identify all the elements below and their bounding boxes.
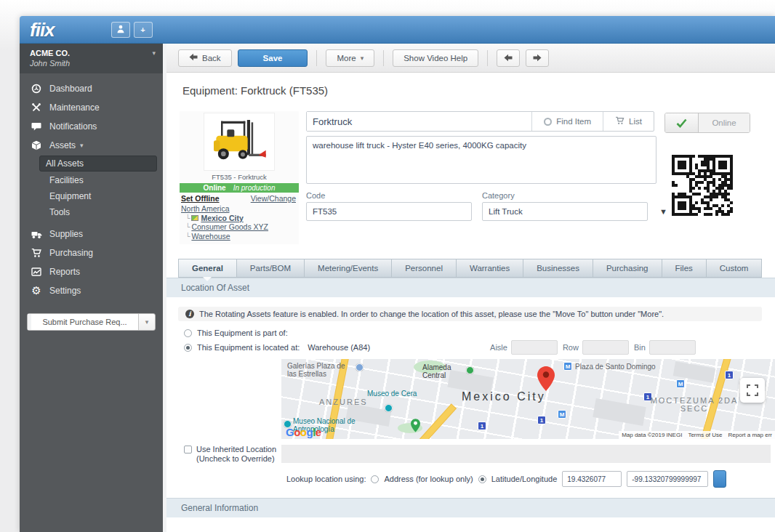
online-toggle-button[interactable]: Online xyxy=(664,113,750,133)
tab-files[interactable]: Files xyxy=(662,259,707,278)
latlong-lookup-radio[interactable] xyxy=(478,475,486,483)
tree-link-business[interactable]: Consumer Goods XYZ xyxy=(191,222,268,232)
lookup-go-button[interactable] xyxy=(713,470,726,488)
fullscreen-button[interactable] xyxy=(740,378,765,403)
company-name: ACME CO. xyxy=(30,49,156,57)
latlong-lookup-label: Latitude/Longitude xyxy=(491,475,558,483)
green-pin-icon xyxy=(411,419,420,432)
google-map[interactable]: Galerías Plaza de las Estrellas ANZURES … xyxy=(281,359,775,439)
back-button[interactable]: Back xyxy=(178,49,232,67)
notice-text: The Rotating Assets feature is enabled. … xyxy=(199,310,664,318)
main-panel: Back Save More ▾ Show Video Help xyxy=(163,44,775,532)
tree-link-region[interactable]: North America xyxy=(181,204,230,214)
latitude-input[interactable] xyxy=(562,471,622,487)
sidebar-item-purchasing[interactable]: Purchasing xyxy=(20,243,163,262)
map-attribution: Map data ©2019 INEGI Terms of Use Report… xyxy=(619,431,775,439)
previous-record-button[interactable] xyxy=(497,49,520,67)
show-video-help-button[interactable]: Show Video Help xyxy=(393,49,478,67)
tab-warranties[interactable]: Warranties xyxy=(457,259,523,278)
sidebar-item-maintenance[interactable]: Maintenance xyxy=(20,98,163,117)
asset-image-caption: FT535 - Forktruck xyxy=(180,173,299,181)
tab-custom[interactable]: Custom xyxy=(707,259,763,278)
code-input[interactable] xyxy=(306,202,472,221)
tab-personnel[interactable]: Personnel xyxy=(392,259,457,278)
route-badge: 1 xyxy=(537,416,546,424)
view-change-link[interactable]: View/Change xyxy=(251,194,296,203)
bin-label: Bin xyxy=(634,343,646,352)
tab-purchasing[interactable]: Purchasing xyxy=(593,259,662,278)
find-item-icon xyxy=(544,118,552,126)
map-label-city: Mexico City xyxy=(462,392,546,400)
aisle-input[interactable] xyxy=(511,340,558,355)
tree-link-facility[interactable]: Warehouse xyxy=(191,232,230,241)
sidebar-subitem-all-assets[interactable]: All Assets xyxy=(39,156,157,172)
route-badge: 1 xyxy=(725,371,734,379)
sidebar-item-settings[interactable]: ⚙ Settings xyxy=(20,281,163,300)
code-label: Code xyxy=(306,191,472,200)
set-offline-link[interactable]: Set Offline xyxy=(181,194,220,203)
sidebar-item-label: Settings xyxy=(49,286,81,296)
longitude-input[interactable] xyxy=(627,471,708,487)
description-textarea[interactable]: warehouse lift truck - Hyster E40 series… xyxy=(306,136,656,184)
tree-elbow-icon: └ xyxy=(185,214,190,223)
sidebar-subitem-equipment[interactable]: Equipment xyxy=(20,188,163,204)
address-lookup-radio[interactable] xyxy=(371,475,379,483)
gear-icon: ⚙ xyxy=(30,286,43,296)
tab-metering-events[interactable]: Metering/Events xyxy=(305,259,392,278)
located-at-value: Warehouse (A84) xyxy=(308,343,370,352)
located-at-radio[interactable] xyxy=(184,344,192,352)
sidebar-subitem-tools[interactable]: Tools xyxy=(20,204,163,220)
speech-bubble-icon xyxy=(30,121,43,132)
chevron-down-icon: ▾ xyxy=(80,142,84,149)
asset-name-input[interactable] xyxy=(307,112,531,131)
sidebar-item-label: Reports xyxy=(49,267,80,277)
add-button[interactable]: + xyxy=(134,22,153,38)
next-record-button[interactable] xyxy=(526,49,549,67)
fullscreen-icon xyxy=(747,384,758,396)
use-inherited-location-checkbox[interactable] xyxy=(184,446,192,454)
sidebar-nav: Dashboard Maintenance Notifications xyxy=(20,73,163,300)
page-title: Equipment: Forktruck (FT535) xyxy=(182,84,775,97)
tab-general[interactable]: General xyxy=(178,259,237,278)
address-lookup-label: Address (for lookup only) xyxy=(384,475,473,483)
info-icon: i xyxy=(185,310,194,318)
asset-image[interactable] xyxy=(204,113,275,171)
tab-parts-bom[interactable]: Parts/BOM xyxy=(237,259,305,278)
sidebar-item-notifications[interactable]: Notifications xyxy=(20,117,163,136)
find-item-button[interactable]: Find Item xyxy=(531,112,603,131)
truck-icon xyxy=(30,230,43,239)
save-button[interactable]: Save xyxy=(238,49,308,67)
sidebar-subitem-facilities[interactable]: Facilities xyxy=(20,172,163,188)
user-button[interactable] xyxy=(111,22,130,38)
sidebar-item-assets[interactable]: Assets ▾ xyxy=(20,136,163,155)
list-button[interactable]: List xyxy=(603,112,654,131)
more-label: More xyxy=(337,54,356,63)
cart-icon xyxy=(30,248,43,258)
map-label-plaza: Plaza de Santo Domingo xyxy=(575,363,684,371)
tree-link-city[interactable]: Mexico City xyxy=(201,214,243,223)
submit-purchase-req-button[interactable]: Submit Purchase Req... ▾ xyxy=(27,313,156,331)
rotating-assets-notice: i The Rotating Assets feature is enabled… xyxy=(178,307,762,321)
sidebar: ACME CO. John Smith ▾ Dashboard Maintena… xyxy=(20,44,163,532)
category-input[interactable] xyxy=(482,202,648,221)
map-data-text: Map data ©2019 INEGI xyxy=(622,432,682,438)
red-pin-icon xyxy=(537,366,555,391)
report-map-error-link[interactable]: Report a map err xyxy=(728,432,772,438)
part-of-radio[interactable] xyxy=(184,329,192,337)
org-switcher[interactable]: ACME CO. John Smith ▾ xyxy=(20,44,163,73)
chevron-down-icon[interactable]: ▾ xyxy=(139,314,155,330)
terms-of-use-link[interactable]: Terms of Use xyxy=(688,432,722,438)
sidebar-item-dashboard[interactable]: Dashboard xyxy=(20,79,163,98)
address-input-disabled xyxy=(281,445,771,463)
toolbar-separator xyxy=(383,50,384,66)
tab-businesses[interactable]: Businesses xyxy=(523,259,593,278)
row-input[interactable] xyxy=(582,340,629,355)
sidebar-item-reports[interactable]: Reports xyxy=(20,262,163,281)
bin-input[interactable] xyxy=(649,340,696,355)
map-label-moctezuma: MOCTEZUMA 2DA SECC xyxy=(643,397,745,413)
status-mode-label: In production xyxy=(233,184,276,192)
arrow-left-icon xyxy=(189,53,198,63)
more-button[interactable]: More ▾ xyxy=(326,49,374,67)
fiix-logo[interactable]: fiix xyxy=(30,17,55,43)
sidebar-item-supplies[interactable]: Supplies xyxy=(20,225,163,243)
